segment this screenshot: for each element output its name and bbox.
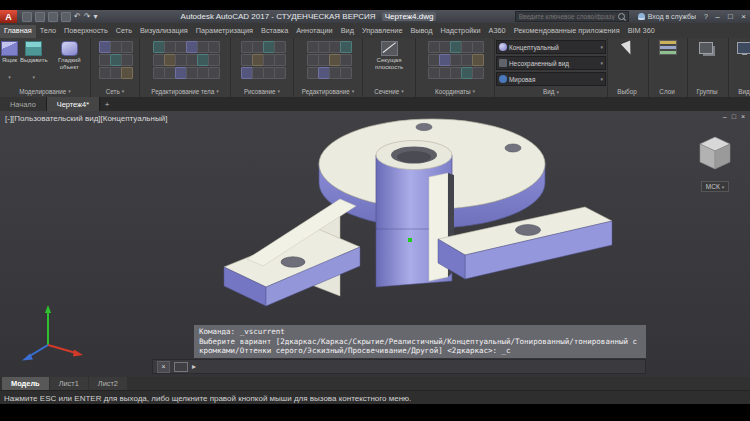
- redo-icon[interactable]: ↷: [84, 13, 91, 21]
- tab-parametric[interactable]: Параметризация: [192, 25, 257, 38]
- polyline-tool-icon[interactable]: [252, 41, 264, 53]
- undo-icon[interactable]: ↶: [74, 13, 81, 21]
- tab-layout1[interactable]: Лист1: [50, 377, 88, 390]
- signin-button[interactable]: Вход в службы: [633, 13, 701, 20]
- command-input[interactable]: [200, 360, 641, 373]
- viewport-close-button[interactable]: ×: [741, 113, 745, 120]
- maximize-button[interactable]: □: [724, 10, 737, 23]
- named-view-dropdown[interactable]: Несохраненный вид: [496, 56, 606, 70]
- viewport-restore-button[interactable]: □: [732, 113, 736, 120]
- wcs-dropdown[interactable]: МСК: [701, 181, 729, 192]
- tab-addins[interactable]: Надстройки: [437, 25, 485, 38]
- tool-icon[interactable]: [186, 41, 198, 53]
- tool-icon[interactable]: [472, 54, 484, 66]
- tool-icon[interactable]: [307, 67, 319, 79]
- tool-icon[interactable]: [307, 54, 319, 66]
- customize-icon[interactable]: [174, 362, 188, 372]
- rotate-tool-icon[interactable]: [318, 41, 330, 53]
- tool-icon[interactable]: [318, 67, 330, 79]
- extrude-tool-button[interactable]: Выдавить: [20, 40, 48, 83]
- panel-label-view[interactable]: Вид: [495, 86, 607, 97]
- tool-icon[interactable]: [329, 67, 341, 79]
- tab-a360[interactable]: A360: [485, 25, 510, 38]
- tool-icon[interactable]: [208, 67, 220, 79]
- tool-icon[interactable]: [208, 41, 220, 53]
- tool-icon[interactable]: [164, 67, 176, 79]
- help-icon[interactable]: ?: [701, 13, 711, 20]
- tool-icon[interactable]: [197, 41, 209, 53]
- tool-icon[interactable]: [318, 54, 330, 66]
- tab-annotate[interactable]: Аннотации: [292, 25, 336, 38]
- panel-label-selection[interactable]: Выбор: [608, 85, 648, 97]
- panel-label-draw[interactable]: Рисование: [231, 85, 293, 97]
- tab-visualize[interactable]: Визуализация: [136, 25, 192, 38]
- panel-label-groups[interactable]: Группы: [688, 85, 728, 97]
- tool-icon[interactable]: [153, 41, 165, 53]
- plot-icon[interactable]: [61, 12, 71, 22]
- visual-style-dropdown[interactable]: Концептуальный: [496, 40, 606, 54]
- tool-icon[interactable]: [121, 54, 133, 66]
- tool-icon[interactable]: [472, 67, 484, 79]
- circle-tool-icon[interactable]: [263, 41, 275, 53]
- tool-icon[interactable]: [252, 67, 264, 79]
- qat-more-icon[interactable]: ▾: [93, 13, 97, 21]
- minimize-button[interactable]: –: [711, 10, 724, 23]
- new-file-icon[interactable]: [22, 12, 32, 22]
- tool-icon[interactable]: [472, 41, 484, 53]
- tab-insert[interactable]: Вставка: [257, 25, 292, 38]
- panel-label-view-tools[interactable]: Вид: [729, 85, 750, 97]
- tab-home[interactable]: Главная: [0, 25, 36, 38]
- command-close-button[interactable]: ×: [157, 361, 170, 373]
- arc-tool-icon[interactable]: [274, 41, 286, 53]
- drawing-viewport[interactable]: [-] [Пользовательский вид] [Концептуальн…: [0, 111, 750, 377]
- tab-featured-apps[interactable]: Рекомендованные приложения: [510, 25, 624, 38]
- viewport-minimize-button[interactable]: –: [723, 113, 727, 120]
- box-tool-button[interactable]: Ящик: [1, 40, 18, 83]
- tool-icon[interactable]: [208, 54, 220, 66]
- search-icon[interactable]: [618, 13, 625, 20]
- tool-icon[interactable]: [153, 54, 165, 66]
- panel-label-layers[interactable]: Слои: [649, 85, 687, 97]
- tool-icon[interactable]: [175, 67, 187, 79]
- new-drawing-button[interactable]: +: [100, 97, 114, 111]
- tool-icon[interactable]: [263, 67, 275, 79]
- panel-label-modify[interactable]: Редактирование: [294, 85, 362, 97]
- app-menu-button[interactable]: A: [0, 10, 17, 23]
- tab-model[interactable]: Модель: [2, 377, 49, 390]
- file-tab-drawing4[interactable]: Чертеж4*: [47, 97, 100, 111]
- tool-icon[interactable]: [186, 54, 198, 66]
- tool-icon[interactable]: [153, 67, 165, 79]
- tool-icon[interactable]: [241, 67, 253, 79]
- tool-icon[interactable]: [263, 54, 275, 66]
- tab-layout2[interactable]: Лист2: [89, 377, 127, 390]
- save-file-icon[interactable]: [48, 12, 58, 22]
- layers-icon[interactable]: [659, 40, 677, 55]
- viewcube-icon[interactable]: [694, 135, 736, 171]
- tab-bim360[interactable]: BIM 360: [624, 25, 659, 38]
- file-tab-start[interactable]: Начало: [0, 97, 47, 111]
- viewport-view-control[interactable]: [Пользовательский вид]: [12, 114, 100, 123]
- viewcube[interactable]: МСК: [692, 135, 738, 193]
- ucs-dropdown[interactable]: Мировая: [496, 72, 606, 86]
- selection-cursor-icon[interactable]: [621, 41, 635, 57]
- tool-icon[interactable]: [197, 67, 209, 79]
- panel-label-coordinates[interactable]: Координаты: [416, 85, 494, 97]
- groups-icon[interactable]: [699, 42, 713, 54]
- tool-icon[interactable]: [164, 54, 176, 66]
- viewport-style-control[interactable]: [Концептуальный]: [101, 114, 168, 123]
- tool-icon[interactable]: [340, 54, 352, 66]
- tool-icon[interactable]: [121, 41, 133, 53]
- tab-surface[interactable]: Поверхность: [60, 25, 112, 38]
- open-file-icon[interactable]: [35, 12, 45, 22]
- tool-icon[interactable]: [241, 54, 253, 66]
- trim-tool-icon[interactable]: [329, 41, 341, 53]
- monitor-icon[interactable]: [737, 42, 750, 54]
- section-plane-button[interactable]: Секущая плоскость: [366, 40, 412, 70]
- panel-label-solid-editing[interactable]: Редактирование тела: [140, 85, 230, 97]
- tool-icon[interactable]: [197, 54, 209, 66]
- panel-label-modeling[interactable]: Моделирование: [0, 85, 90, 97]
- tool-icon[interactable]: [121, 67, 133, 79]
- tool-icon[interactable]: [340, 67, 352, 79]
- tool-icon[interactable]: [175, 41, 187, 53]
- tab-output[interactable]: Вывод: [406, 25, 436, 38]
